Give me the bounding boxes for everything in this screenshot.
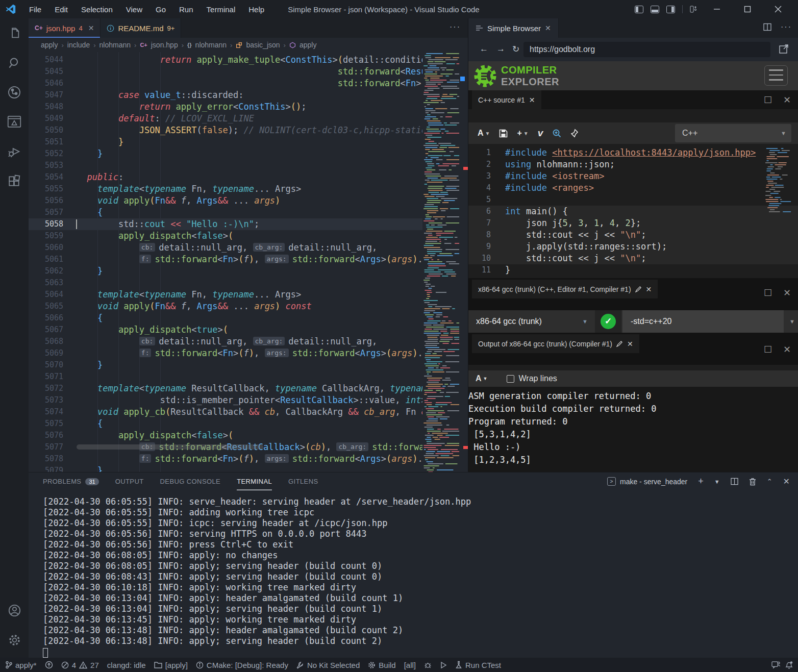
maximize-panel-icon[interactable]: ⌃ xyxy=(767,478,772,485)
menu-go[interactable]: Go xyxy=(150,3,171,16)
close-pane-icon[interactable]: ✕ xyxy=(783,94,791,106)
menu-terminal[interactable]: Terminal xyxy=(201,3,241,16)
rename-icon[interactable] xyxy=(635,286,642,292)
minimize-button[interactable] xyxy=(705,0,729,18)
zoom-icon[interactable] xyxy=(552,129,561,138)
tab-cpp-source[interactable]: C++ source #1✕ xyxy=(472,90,541,109)
terminal-dropdown-icon[interactable]: ▼ xyxy=(714,479,720,485)
search-icon[interactable] xyxy=(0,48,29,78)
godbolt-source-editor[interactable]: 1#include <https://localhost:8443/apply/… xyxy=(468,144,798,278)
maximize-pane-icon[interactable]: ☐ xyxy=(764,344,772,355)
publish-status[interactable] xyxy=(41,661,57,669)
menu-selection[interactable]: Selection xyxy=(76,3,118,16)
more-actions-icon[interactable]: ··· xyxy=(781,23,792,31)
notifications-bell-icon[interactable] xyxy=(785,661,793,669)
build-target[interactable]: [all] xyxy=(400,661,420,669)
open-external-icon[interactable] xyxy=(779,44,789,54)
save-icon[interactable] xyxy=(499,129,508,138)
close-pane-icon[interactable]: ✕ xyxy=(783,344,791,355)
add-pane-button[interactable]: +▼ xyxy=(517,129,528,138)
maximize-button[interactable] xyxy=(736,0,759,18)
font-size-button[interactable]: A▼ xyxy=(478,129,490,138)
explorer-icon[interactable] xyxy=(0,18,29,48)
wrap-lines-checkbox[interactable] xyxy=(507,375,514,383)
forward-icon[interactable]: → xyxy=(496,44,505,54)
menu-file[interactable]: File xyxy=(23,3,47,16)
tab-close-icon[interactable]: ✕ xyxy=(88,24,94,32)
branch-status[interactable]: apply* xyxy=(0,661,41,669)
clangd-status[interactable]: clangd: idle xyxy=(103,661,150,669)
code-editor[interactable]: 5044 return apply_make_tuple<ConstThis>(… xyxy=(29,52,468,472)
tab-gitlens[interactable]: GITLENS xyxy=(288,472,318,490)
compiler-select[interactable]: x86-64 gcc (trunk)▼ xyxy=(472,310,592,333)
breadcrumb-item[interactable]: apply xyxy=(41,41,58,49)
tab-output[interactable]: OUTPUT xyxy=(115,472,144,490)
workspace-status[interactable]: [apply] xyxy=(150,661,192,669)
breadcrumb-item[interactable]: basic_json xyxy=(246,41,280,49)
tab-problems[interactable]: PROBLEMS31 xyxy=(43,472,99,490)
close-pane-icon[interactable]: ✕ xyxy=(783,287,791,298)
ctest-button[interactable]: Run CTest xyxy=(451,661,505,669)
tab-close-icon[interactable]: ✕ xyxy=(529,96,535,104)
split-terminal-icon[interactable] xyxy=(731,478,738,485)
breadcrumb-item[interactable]: json.hpp xyxy=(151,41,178,49)
test-panel-icon[interactable] xyxy=(0,107,29,137)
url-input[interactable]: https://godbolt.org xyxy=(523,42,770,57)
compiler-args-input[interactable]: -std=c++20 xyxy=(622,310,784,333)
tab-json-hpp[interactable]: C+ json.hpp 4 ✕ xyxy=(29,18,101,38)
menu-run[interactable]: Run xyxy=(173,3,199,16)
language-select[interactable]: C++▼ xyxy=(675,124,791,142)
args-dropdown-icon[interactable]: ▼ xyxy=(789,310,795,333)
rename-icon[interactable] xyxy=(616,340,623,347)
breadcrumb-item[interactable]: include xyxy=(67,41,90,49)
terminal-instance[interactable]: >make - serve_header xyxy=(607,477,687,486)
pin-icon[interactable] xyxy=(570,129,579,138)
account-icon[interactable] xyxy=(0,595,29,625)
new-terminal-icon[interactable]: + xyxy=(698,476,704,487)
debug-button[interactable] xyxy=(420,661,436,669)
tab-debug-console[interactable]: DEBUG CONSOLE xyxy=(160,472,221,490)
close-button[interactable] xyxy=(766,0,790,18)
breadcrumb-item[interactable]: apply xyxy=(300,41,316,49)
maximize-pane-icon[interactable]: ☐ xyxy=(764,94,772,106)
reload-icon[interactable]: ↻ xyxy=(512,44,519,55)
horizontal-scrollbar[interactable] xyxy=(77,444,263,450)
toggle-secondary-sidebar-icon[interactable] xyxy=(666,6,675,13)
hamburger-menu-icon[interactable] xyxy=(764,65,788,86)
close-panel-icon[interactable]: ✕ xyxy=(783,477,790,486)
tab-close-icon[interactable]: ✕ xyxy=(545,24,551,32)
terminal-output[interactable]: [2022-04-30 06:05:55] INFO: serve_header… xyxy=(43,496,793,658)
tab-compiler[interactable]: x86-64 gcc (trunk) (C++, Editor #1, Comp… xyxy=(472,280,658,298)
split-editor-icon[interactable] xyxy=(763,23,771,31)
tab-close-icon[interactable]: ✕ xyxy=(646,285,652,293)
source-control-icon[interactable] xyxy=(0,78,29,107)
extensions-icon[interactable] xyxy=(0,166,29,196)
minimap[interactable] xyxy=(422,52,459,472)
tab-terminal[interactable]: TERMINAL xyxy=(237,472,272,490)
run-debug-icon[interactable] xyxy=(0,137,29,166)
tab-close-icon[interactable]: ✕ xyxy=(627,340,633,348)
feedback-icon[interactable] xyxy=(771,661,780,669)
launch-button[interactable] xyxy=(436,661,451,669)
menu-edit[interactable]: Edit xyxy=(49,3,73,16)
kit-status[interactable]: No Kit Selected xyxy=(292,661,364,669)
toggle-sidebar-icon[interactable] xyxy=(635,6,643,13)
vim-mode-icon[interactable]: v xyxy=(538,128,543,139)
font-size-button[interactable]: A▼ xyxy=(476,374,487,383)
toggle-panel-icon[interactable] xyxy=(651,6,659,13)
breadcrumb-item[interactable]: nlohmann xyxy=(195,41,227,49)
menu-view[interactable]: View xyxy=(120,3,148,16)
problems-status[interactable]: 4 27 xyxy=(57,661,103,669)
tab-readme-md[interactable]: README.md 9+ xyxy=(101,18,181,38)
menu-help[interactable]: Help xyxy=(243,3,270,16)
back-icon[interactable]: ← xyxy=(480,44,488,54)
tab-output[interactable]: Output of x86-64 gcc (trunk) (Compiler #… xyxy=(472,334,639,353)
kill-terminal-icon[interactable] xyxy=(749,478,756,486)
breadcrumb-item[interactable]: nlohmann xyxy=(99,41,131,49)
editor-more-actions[interactable]: ··· xyxy=(450,22,461,32)
cmake-status[interactable]: CMake: [Debug]: Ready xyxy=(192,661,292,669)
settings-gear-icon[interactable] xyxy=(0,625,29,655)
build-button[interactable]: Build xyxy=(364,661,400,669)
customize-layout-icon[interactable] xyxy=(690,5,698,13)
tab-simple-browser[interactable]: Simple Browser ✕ xyxy=(468,18,559,38)
